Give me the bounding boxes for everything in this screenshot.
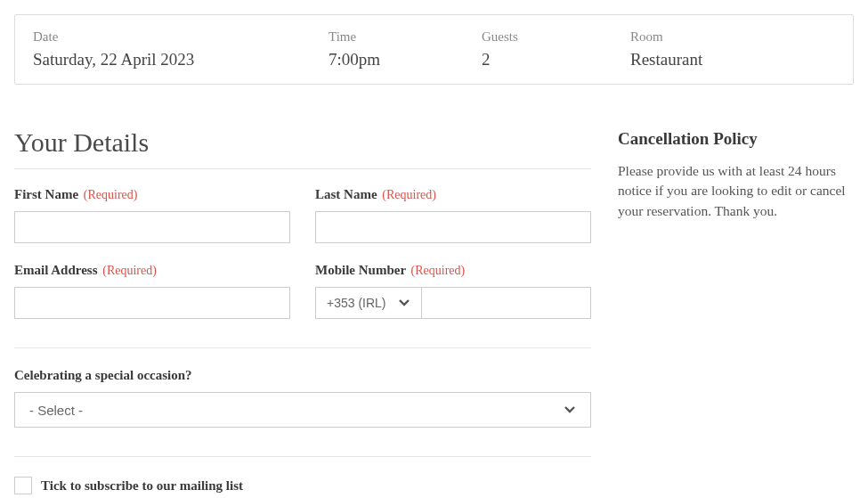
summary-time-value: 7:00pm — [329, 50, 471, 69]
required-indicator: (Required) — [411, 264, 466, 277]
mobile-label-text: Mobile Number — [315, 263, 406, 277]
mobile-number-input[interactable] — [422, 287, 591, 319]
summary-time: Time 7:00pm — [329, 29, 471, 69]
summary-room-label: Room — [630, 29, 835, 45]
your-details-heading: Your Details — [14, 127, 591, 169]
required-indicator: (Required) — [382, 188, 436, 201]
required-indicator: (Required) — [84, 188, 138, 201]
email-label-text: Email Address — [14, 263, 98, 277]
mobile-field-group: Mobile Number (Required) +353 (IRL) — [315, 263, 591, 319]
occasion-select-value: - Select - — [29, 403, 83, 418]
subscribe-row: Tick to subscribe to our mailing list — [14, 477, 591, 494]
occasion-label: Celebrating a special occasion? — [14, 368, 591, 383]
summary-date: Date Saturday, 22 April 2023 — [33, 29, 318, 69]
divider — [14, 347, 591, 348]
first-name-label-text: First Name — [14, 187, 78, 201]
reservation-summary: Date Saturday, 22 April 2023 Time 7:00pm… — [14, 14, 854, 85]
summary-guests-value: 2 — [482, 50, 620, 69]
last-name-label-text: Last Name — [315, 187, 377, 201]
email-label: Email Address (Required) — [14, 263, 290, 278]
summary-guests-label: Guests — [482, 29, 620, 45]
last-name-input[interactable] — [315, 211, 591, 243]
last-name-label: Last Name (Required) — [315, 187, 591, 202]
first-name-field-group: First Name (Required) — [14, 187, 290, 243]
summary-room: Room Restaurant — [630, 29, 835, 69]
last-name-field-group: Last Name (Required) — [315, 187, 591, 243]
email-input[interactable] — [14, 287, 290, 319]
subscribe-checkbox[interactable] — [14, 477, 32, 494]
country-code-select[interactable]: +353 (IRL) — [315, 287, 422, 319]
summary-room-value: Restaurant — [630, 50, 835, 69]
subscribe-label: Tick to subscribe to our mailing list — [41, 478, 243, 494]
occasion-select[interactable]: - Select - — [14, 392, 591, 428]
summary-time-label: Time — [329, 29, 471, 45]
occasion-field-group: Celebrating a special occasion? - Select… — [14, 368, 591, 428]
cancellation-policy-title: Cancellation Policy — [618, 129, 854, 149]
first-name-input[interactable] — [14, 211, 290, 243]
mobile-label: Mobile Number (Required) — [315, 263, 591, 278]
first-name-label: First Name (Required) — [14, 187, 290, 202]
country-code-value: +353 (IRL) — [327, 296, 386, 310]
divider — [14, 456, 591, 457]
summary-guests: Guests 2 — [482, 29, 620, 69]
chevron-down-icon — [398, 297, 410, 309]
cancellation-policy-text: Please provide us with at least 24 hours… — [618, 161, 854, 221]
summary-date-value: Saturday, 22 April 2023 — [33, 50, 318, 69]
summary-date-label: Date — [33, 29, 318, 45]
email-field-group: Email Address (Required) — [14, 263, 290, 319]
required-indicator: (Required) — [102, 264, 157, 277]
chevron-down-icon — [564, 404, 576, 416]
